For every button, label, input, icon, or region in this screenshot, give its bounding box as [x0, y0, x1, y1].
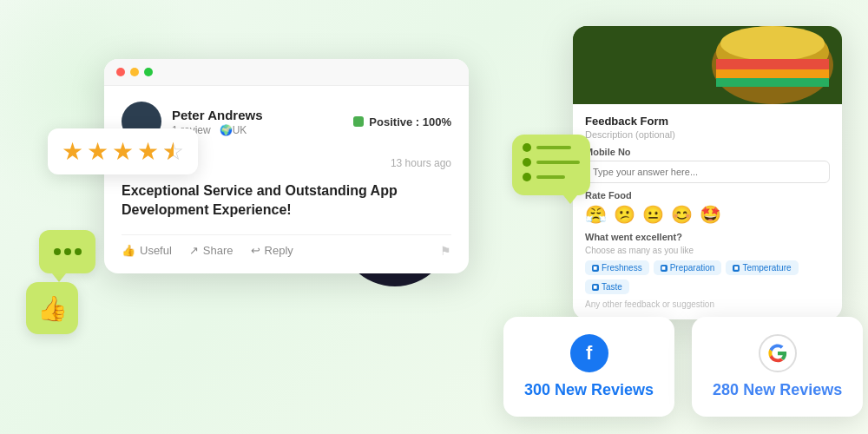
- share-label: Share: [203, 244, 233, 257]
- star-4: ★: [137, 137, 159, 166]
- other-feedback-label: Any other feedback or suggestion: [585, 299, 830, 309]
- list-check-2: [523, 158, 531, 167]
- chip-preparation-label: Preparation: [670, 263, 715, 273]
- chip-icon-freshness: ■: [592, 265, 599, 272]
- chip-icon-taste: ■: [592, 284, 599, 291]
- emoji-sad[interactable]: 😕: [614, 204, 635, 225]
- share-icon: ↗: [189, 244, 199, 257]
- chat-dots: [54, 248, 82, 255]
- emoji-neutral[interactable]: 😐: [642, 204, 664, 225]
- google-count: 280 New Reviews: [713, 381, 842, 399]
- thumbs-up-badge: 👍: [26, 282, 78, 334]
- svg-rect-4: [716, 59, 829, 69]
- list-line-3: [523, 173, 580, 181]
- choose-hint: Choose as many as you like: [585, 246, 830, 255]
- feedback-form-window: Feedback Form Description (optional) Mob…: [573, 26, 842, 319]
- flag-icon: ⚑: [440, 244, 451, 258]
- useful-icon: 👍: [122, 244, 135, 257]
- excellent-label: What went excellent?: [585, 232, 830, 242]
- mobile-input[interactable]: [585, 161, 830, 183]
- browser-dot-green: [144, 68, 153, 76]
- useful-label: Useful: [140, 244, 172, 257]
- list-bar-2: [536, 161, 580, 164]
- chip-preparation[interactable]: ■ Preparation: [654, 260, 722, 275]
- feedback-description: Description (optional): [585, 129, 830, 140]
- svg-rect-5: [716, 69, 829, 78]
- google-svg: [768, 344, 787, 363]
- chip-temperature[interactable]: ■ Temperature: [726, 260, 798, 275]
- emoji-love[interactable]: 🤩: [700, 204, 721, 225]
- rate-food-label: Rate Food: [585, 190, 830, 201]
- stars-rating-badge: ★ ★ ★ ★ ★☆: [48, 128, 198, 174]
- facebook-review-card: f 300 New Reviews: [503, 317, 674, 417]
- list-check-1: [523, 143, 531, 152]
- chip-taste[interactable]: ■ Taste: [585, 279, 629, 294]
- svg-rect-6: [716, 78, 829, 87]
- reviewer-name: Peter Andrews: [172, 108, 262, 122]
- thumbs-up-icon: 👍: [37, 294, 68, 323]
- facebook-count: 300 New Reviews: [524, 381, 654, 399]
- emoji-happy[interactable]: 😊: [671, 204, 693, 225]
- star-2: ★: [87, 137, 108, 166]
- review-time: 13 hours ago: [391, 157, 451, 169]
- share-button[interactable]: ↗ Share: [189, 244, 233, 257]
- reply-icon: ↩: [251, 244, 260, 257]
- google-review-card: 280 New Reviews: [692, 317, 863, 417]
- list-check-3: [523, 173, 531, 181]
- list-bar-3: [536, 175, 565, 179]
- chat-bubble-decoration: [39, 230, 95, 273]
- emoji-row: 😤 😕 😐 😊 🤩: [585, 204, 830, 225]
- reply-button[interactable]: ↩ Reply: [251, 244, 293, 257]
- chat-dot-3: [75, 248, 82, 255]
- list-bar-1: [536, 146, 571, 149]
- browser-dot-yellow: [130, 68, 139, 76]
- google-logo: [759, 334, 797, 372]
- review-actions: 👍 Useful ↗ Share ↩ Reply ⚑: [122, 234, 451, 258]
- facebook-logo: f: [570, 334, 608, 372]
- food-image: [573, 26, 842, 104]
- chip-icon-temperature: ■: [733, 265, 740, 272]
- positive-label: Positive : 100%: [369, 115, 451, 128]
- feedback-body: Feedback Form Description (optional) Mob…: [573, 104, 842, 319]
- burger-svg: [573, 26, 842, 104]
- review-title: Exceptional Service and Outstanding App …: [122, 181, 451, 220]
- svg-point-3: [720, 26, 825, 61]
- emoji-angry[interactable]: 😤: [585, 204, 607, 225]
- list-line-1: [523, 143, 580, 152]
- mobile-label: Mobile No: [585, 147, 830, 157]
- list-line-2: [523, 158, 580, 167]
- useful-button[interactable]: 👍 Useful: [122, 244, 172, 257]
- browser-toolbar: [104, 59, 469, 86]
- reply-label: Reply: [265, 244, 293, 257]
- star-1: ★: [62, 137, 83, 166]
- positive-dot: [353, 116, 364, 127]
- feedback-title: Feedback Form: [585, 115, 830, 128]
- review-card-content: Peter Andrews 1 review 🌍UK Positive : 10…: [104, 86, 469, 273]
- chat-dot-2: [64, 248, 71, 255]
- option-chips: ■ Freshness ■ Preparation ■ Temperature …: [585, 260, 830, 294]
- reviewer-location: 🌍UK: [220, 124, 247, 136]
- chip-freshness[interactable]: ■ Freshness: [585, 260, 649, 275]
- chip-taste-label: Taste: [602, 282, 622, 292]
- browser-dot-red: [116, 68, 125, 76]
- chip-freshness-label: Freshness: [602, 263, 642, 273]
- list-card-decoration: [512, 135, 590, 195]
- positive-badge: Positive : 100%: [353, 115, 451, 128]
- star-3: ★: [112, 137, 134, 166]
- chat-dot-1: [54, 248, 61, 255]
- review-count-cards: f 300 New Reviews 280 New Reviews: [503, 317, 863, 417]
- chip-temperature-label: Temperature: [742, 263, 791, 273]
- chip-icon-preparation: ■: [661, 265, 667, 272]
- star-5: ★☆: [162, 137, 184, 166]
